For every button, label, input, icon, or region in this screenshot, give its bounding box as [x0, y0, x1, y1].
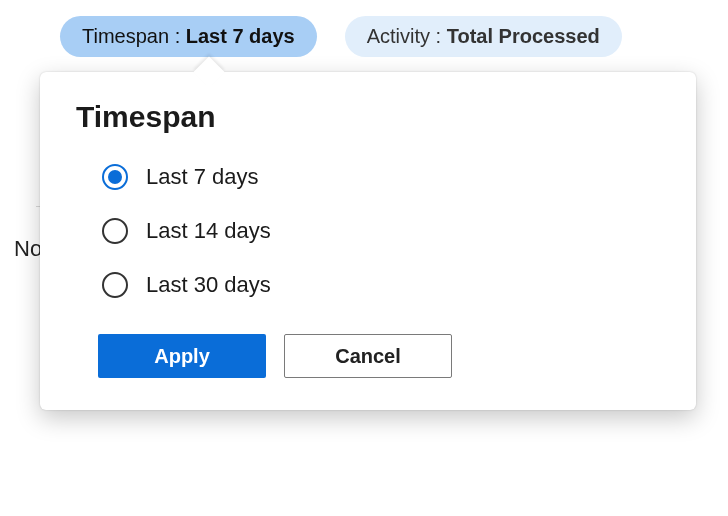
- option-label: Last 30 days: [146, 272, 271, 298]
- pill-sep: :: [430, 25, 447, 47]
- radio-icon: [102, 164, 128, 190]
- timespan-option-list: Last 7 days Last 14 days Last 30 days: [76, 156, 660, 306]
- timespan-option-last-7-days[interactable]: Last 7 days: [102, 156, 660, 198]
- pill-value: Last 7 days: [186, 25, 295, 47]
- pill-value: Total Processed: [447, 25, 600, 47]
- radio-icon: [102, 272, 128, 298]
- radio-icon: [102, 218, 128, 244]
- option-label: Last 14 days: [146, 218, 271, 244]
- timespan-popover: Timespan Last 7 days Last 14 days Last 3…: [40, 72, 696, 410]
- pill-label: Activity: [367, 25, 430, 47]
- option-label: Last 7 days: [146, 164, 259, 190]
- timespan-option-last-30-days[interactable]: Last 30 days: [102, 264, 660, 306]
- popover-title: Timespan: [76, 100, 660, 134]
- filter-pill-timespan[interactable]: Timespan : Last 7 days: [60, 16, 317, 57]
- filter-pill-activity[interactable]: Activity : Total Processed: [345, 16, 622, 57]
- filter-pill-row: Timespan : Last 7 days Activity : Total …: [0, 16, 728, 57]
- timespan-option-last-14-days[interactable]: Last 14 days: [102, 210, 660, 252]
- pill-label: Timespan: [82, 25, 169, 47]
- popover-button-row: Apply Cancel: [76, 334, 660, 408]
- background-clipped-text: No: [14, 236, 42, 262]
- apply-button[interactable]: Apply: [98, 334, 266, 378]
- cancel-button[interactable]: Cancel: [284, 334, 452, 378]
- pill-sep: :: [169, 25, 186, 47]
